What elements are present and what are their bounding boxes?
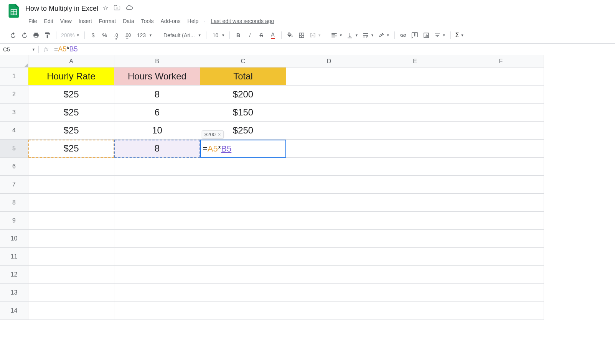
cell-E5[interactable] (372, 140, 458, 158)
format-percent-button[interactable]: % (99, 30, 110, 41)
cell-F12[interactable] (458, 266, 544, 284)
cell-C11[interactable] (200, 248, 286, 266)
filter-button[interactable]: ▼ (432, 32, 447, 39)
cell-E4[interactable] (372, 122, 458, 140)
cell-C1[interactable]: Total (200, 68, 286, 86)
cell-F10[interactable] (458, 230, 544, 248)
cell-B12[interactable] (114, 266, 200, 284)
cell-D14[interactable] (286, 302, 372, 320)
bold-button[interactable]: B (233, 30, 244, 41)
cell-F6[interactable] (458, 158, 544, 176)
strikethrough-button[interactable]: S (256, 30, 267, 41)
cell-E11[interactable] (372, 248, 458, 266)
menu-tools[interactable]: Tools (138, 16, 157, 26)
col-header-A[interactable]: A (28, 55, 114, 68)
cell-F5[interactable] (458, 140, 544, 158)
cell-F7[interactable] (458, 176, 544, 194)
cell-B1[interactable]: Hours Worked (114, 68, 200, 86)
font-size-dropdown[interactable]: 10▼ (209, 32, 227, 38)
cell-B6[interactable] (114, 158, 200, 176)
cell-E2[interactable] (372, 86, 458, 104)
cell-C10[interactable] (200, 230, 286, 248)
cell-E12[interactable] (372, 266, 458, 284)
cell-B5[interactable]: 8 (114, 140, 200, 158)
row-header-11[interactable]: 11 (0, 248, 28, 266)
last-edit-link[interactable]: Last edit was seconds ago (211, 18, 274, 24)
col-header-B[interactable]: B (114, 55, 200, 68)
cell-B13[interactable] (114, 284, 200, 302)
format-currency-button[interactable]: $ (88, 30, 99, 41)
cell-F13[interactable] (458, 284, 544, 302)
redo-button[interactable] (19, 30, 30, 41)
cell-B7[interactable] (114, 176, 200, 194)
cell-B2[interactable]: 8 (114, 86, 200, 104)
formula-bar[interactable]: =A5*B5 (54, 45, 615, 53)
cell-A10[interactable] (28, 230, 114, 248)
row-header-3[interactable]: 3 (0, 104, 28, 122)
cell-B10[interactable] (114, 230, 200, 248)
menu-insert[interactable]: Insert (76, 16, 95, 26)
increase-decimal-button[interactable]: .00→ (122, 30, 133, 41)
cell-F14[interactable] (458, 302, 544, 320)
cell-D3[interactable] (286, 104, 372, 122)
cell-C5[interactable]: =A5*B5 (200, 140, 286, 158)
cell-C6[interactable] (200, 158, 286, 176)
col-header-F[interactable]: F (458, 55, 544, 68)
row-header-8[interactable]: 8 (0, 194, 28, 212)
cell-A8[interactable] (28, 194, 114, 212)
cell-F2[interactable] (458, 86, 544, 104)
cell-A7[interactable] (28, 176, 114, 194)
menu-view[interactable]: View (57, 16, 75, 26)
vertical-align-button[interactable]: ▼ (345, 32, 360, 39)
cell-D7[interactable] (286, 176, 372, 194)
undo-button[interactable] (8, 30, 18, 41)
insert-link-button[interactable] (398, 30, 409, 41)
row-header-2[interactable]: 2 (0, 86, 28, 104)
menu-file[interactable]: File (25, 16, 40, 26)
cell-F3[interactable] (458, 104, 544, 122)
select-all-corner[interactable] (0, 55, 28, 68)
cell-D13[interactable] (286, 284, 372, 302)
doc-title[interactable]: How to Multiply in Excel (25, 5, 98, 13)
menu-format[interactable]: Format (96, 16, 119, 26)
cell-C2[interactable]: $200 (200, 86, 286, 104)
cell-D12[interactable] (286, 266, 372, 284)
col-header-C[interactable]: C (200, 55, 286, 68)
col-header-E[interactable]: E (372, 55, 458, 68)
print-button[interactable] (31, 30, 41, 41)
cell-E9[interactable] (372, 212, 458, 230)
preview-close-icon[interactable]: × (218, 132, 221, 137)
cell-A4[interactable]: $25 (28, 122, 114, 140)
font-dropdown[interactable]: Default (Ari...▼ (160, 32, 203, 38)
cell-D4[interactable] (286, 122, 372, 140)
menu-edit[interactable]: Edit (41, 16, 56, 26)
cell-F11[interactable] (458, 248, 544, 266)
cell-E7[interactable] (372, 176, 458, 194)
cell-A14[interactable] (28, 302, 114, 320)
cell-C14[interactable] (200, 302, 286, 320)
cell-A2[interactable]: $25 (28, 86, 114, 104)
cell-B8[interactable] (114, 194, 200, 212)
cell-F8[interactable] (458, 194, 544, 212)
insert-comment-button[interactable] (409, 30, 420, 41)
merge-cells-button[interactable]: ▼ (308, 32, 323, 39)
cell-E6[interactable] (372, 158, 458, 176)
move-icon[interactable] (114, 4, 120, 13)
star-icon[interactable]: ☆ (103, 4, 108, 13)
cell-D6[interactable] (286, 158, 372, 176)
cell-A12[interactable] (28, 266, 114, 284)
cell-D9[interactable] (286, 212, 372, 230)
cell-C7[interactable] (200, 176, 286, 194)
row-header-7[interactable]: 7 (0, 176, 28, 194)
cell-A1[interactable]: Hourly Rate (28, 68, 114, 86)
cell-B14[interactable] (114, 302, 200, 320)
text-rotation-button[interactable]: ▼ (376, 32, 391, 39)
name-box[interactable]: C5 ▼ (0, 46, 38, 53)
row-header-4[interactable]: 4 (0, 122, 28, 140)
cell-D2[interactable] (286, 86, 372, 104)
row-header-6[interactable]: 6 (0, 158, 28, 176)
paint-format-button[interactable] (42, 30, 53, 41)
cell-C3[interactable]: $150 (200, 104, 286, 122)
cell-D11[interactable] (286, 248, 372, 266)
number-format-dropdown[interactable]: 123▼ (134, 32, 154, 38)
